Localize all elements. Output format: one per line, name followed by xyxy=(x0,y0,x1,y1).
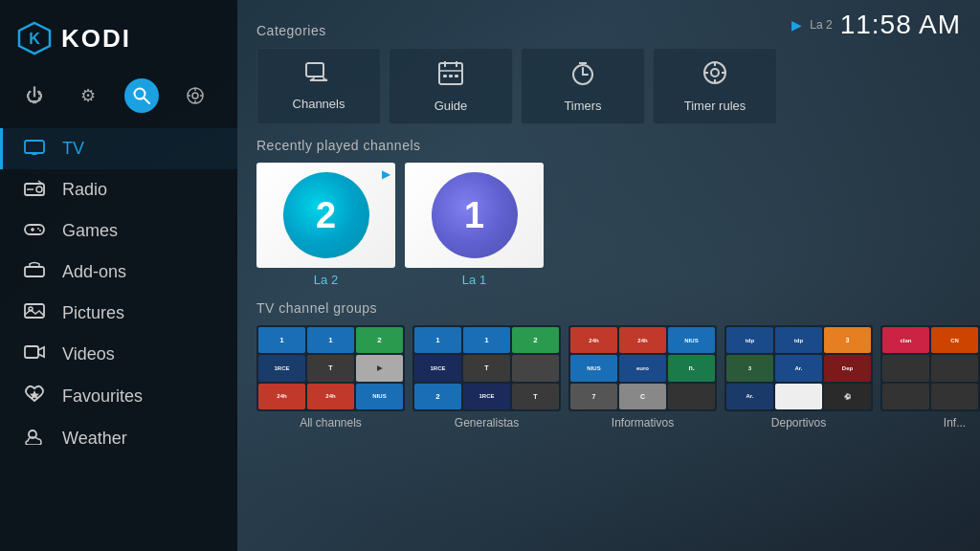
svg-point-43 xyxy=(711,69,719,77)
cell: 1 xyxy=(307,327,354,353)
all-channels-thumb: 1 1 2 1RCE T ▶ 24h 24h NIUS xyxy=(256,325,405,411)
svg-rect-24 xyxy=(25,304,44,318)
app-title: KODI xyxy=(61,24,131,54)
svg-rect-11 xyxy=(25,141,44,153)
sidebar-item-radio[interactable]: Radio xyxy=(0,169,237,210)
sidebar-item-weather[interactable]: Weather xyxy=(0,418,237,459)
la2-logo: 2 xyxy=(283,172,369,258)
settings-button[interactable]: ⚙ xyxy=(71,78,105,113)
playing-icon: ▶ xyxy=(791,17,802,33)
search-button[interactable] xyxy=(124,78,159,113)
la1-logo: 1 xyxy=(432,172,518,258)
svg-rect-29 xyxy=(306,63,323,77)
cell: 1 xyxy=(258,327,305,353)
group-deportivos[interactable]: tdp tdp 3 3 Ar. Dep Ar. ⚽ Deportivos xyxy=(724,325,873,430)
nav-addons-label: Add-ons xyxy=(62,262,126,282)
group-inf[interactable]: clan CN Inf... xyxy=(880,325,980,430)
cell: 24h xyxy=(307,384,354,409)
cell: NIUS xyxy=(668,327,715,353)
nav-radio-label: Radio xyxy=(62,180,107,200)
sidebar-item-pictures[interactable]: Pictures xyxy=(0,293,237,334)
la2-thumbnail: 2 ▶ xyxy=(256,163,395,268)
sidebar-item-games[interactable]: Games xyxy=(0,210,237,252)
svg-rect-26 xyxy=(25,346,38,358)
inf-label: Inf... xyxy=(880,416,980,430)
group-all-channels[interactable]: 1 1 2 1RCE T ▶ 24h 24h NIUS All channels xyxy=(256,325,405,430)
cell: 3 xyxy=(726,355,773,381)
channel-card-la2[interactable]: 2 ▶ La 2 xyxy=(256,163,395,287)
cell: C xyxy=(619,384,666,409)
svg-text:K: K xyxy=(29,31,40,47)
svg-point-4 xyxy=(141,98,144,100)
group-informativos[interactable]: 24h 24h NIUS NIUS euro n. 7 C Informativ… xyxy=(568,325,717,430)
recently-played-label: Recently played channels xyxy=(256,138,961,153)
cell: ⚽ xyxy=(824,384,871,409)
cell: Dep xyxy=(824,355,871,381)
cell: 2 xyxy=(414,384,461,409)
guide-tile-icon xyxy=(437,59,464,93)
app-header: K KODI xyxy=(0,10,237,67)
tv-icon xyxy=(22,138,47,160)
cell: NIUS xyxy=(570,355,617,381)
cell: 3 xyxy=(824,327,871,353)
header-bar: ▶ La 2 11:58 AM xyxy=(791,10,961,40)
cell: 1 xyxy=(463,327,510,353)
inf-thumb: clan CN xyxy=(880,325,980,411)
cell: 7 xyxy=(570,384,617,409)
nav-weather-label: Weather xyxy=(62,429,127,449)
informativos-thumb: 24h 24h NIUS NIUS euro n. 7 C xyxy=(568,325,717,411)
timer-rules-tile-icon xyxy=(702,59,728,93)
generalistas-thumb: 1 1 2 1RCE T 2 1RCE T xyxy=(412,325,561,411)
cell: euro xyxy=(619,355,666,381)
svg-rect-35 xyxy=(443,75,447,77)
channels-tile-icon xyxy=(304,61,333,91)
games-icon xyxy=(22,220,47,242)
svg-line-3 xyxy=(145,99,150,104)
cell: Ar. xyxy=(775,355,822,381)
cell: Ar. xyxy=(726,384,773,409)
category-channels[interactable]: Channels xyxy=(256,48,381,124)
svg-rect-37 xyxy=(455,75,458,77)
screen-button[interactable] xyxy=(178,78,212,113)
cell: clan xyxy=(882,327,929,353)
svg-rect-36 xyxy=(449,75,453,77)
svg-point-21 xyxy=(37,228,39,230)
weather-icon xyxy=(22,428,47,450)
screen-icon xyxy=(186,86,205,105)
nav-tv-label: TV xyxy=(62,139,84,159)
sidebar-item-add-ons[interactable]: Add-ons xyxy=(0,252,237,293)
sidebar-item-videos[interactable]: Videos xyxy=(0,334,237,375)
sidebar-item-tv[interactable]: TV xyxy=(0,128,237,169)
cell: CN xyxy=(931,327,978,353)
category-timer-rules[interactable]: Timer rules xyxy=(653,48,777,124)
cell: T xyxy=(307,355,354,381)
la2-play-indicator: ▶ xyxy=(382,167,390,181)
cell: NIUS xyxy=(356,384,403,409)
svg-point-6 xyxy=(192,93,198,99)
channel-groups-section: TV channel groups 1 1 2 1RCE T ▶ 24h 24h… xyxy=(256,300,961,430)
cell: tdp xyxy=(726,327,773,353)
main-nav: TV Radio Games Add-ons P xyxy=(0,128,237,551)
channel-card-la1[interactable]: 1 La 1 xyxy=(405,163,544,287)
power-button[interactable]: ⏻ xyxy=(17,78,52,113)
svg-rect-23 xyxy=(25,267,44,276)
sidebar-item-favourites[interactable]: Favourites xyxy=(0,375,237,418)
cell: 24h xyxy=(619,327,666,353)
main-content: ▶ La 2 11:58 AM Categories Channels Guid… xyxy=(237,0,980,551)
cell: 2 xyxy=(512,327,559,353)
category-guide[interactable]: Guide xyxy=(389,48,513,124)
cell xyxy=(775,384,822,409)
cell xyxy=(668,384,715,409)
cell xyxy=(882,355,929,381)
quick-actions: ⏻ ⚙ xyxy=(0,71,237,121)
category-timers[interactable]: Timers xyxy=(521,48,645,124)
group-generalistas[interactable]: 1 1 2 1RCE T 2 1RCE T Generalistas xyxy=(412,325,561,430)
timer-rules-tile-label: Timer rules xyxy=(684,99,746,113)
cell: n. xyxy=(668,355,715,381)
cell xyxy=(931,384,978,409)
svg-rect-31 xyxy=(439,63,462,84)
cell: 1RCE xyxy=(414,355,461,381)
nav-favourites-label: Favourites xyxy=(62,386,143,407)
current-channel: La 2 xyxy=(810,18,832,32)
channel-groups-label: TV channel groups xyxy=(256,300,961,316)
